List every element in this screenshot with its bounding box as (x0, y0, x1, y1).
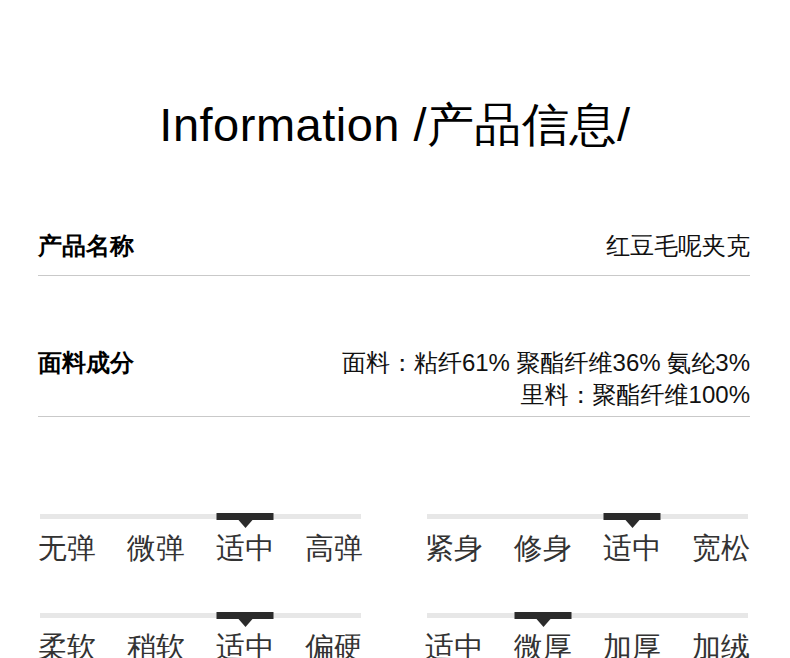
fabric-lining-line: 里料：聚酯纤维100% (342, 379, 750, 411)
scale-marker (604, 513, 661, 520)
scale-track (427, 514, 748, 519)
scale-track (427, 613, 748, 618)
scale-option: 微厚 (514, 630, 572, 658)
scale-option: 柔软 (38, 630, 96, 658)
scale-thickness: 适中 微厚 加厚 加绒 (425, 613, 750, 658)
fabric-composition-label: 面料成分 (38, 347, 134, 379)
fabric-composition-value: 面料：粘纤61% 聚酯纤维36% 氨纶3% 里料：聚酯纤维100% (342, 347, 750, 411)
scale-option: 适中 (425, 630, 483, 658)
scale-options: 适中 微厚 加厚 加绒 (425, 630, 750, 658)
scale-option: 高弹 (305, 531, 363, 565)
scale-option: 紧身 (425, 531, 483, 565)
scale-marker (217, 612, 274, 619)
scale-softness: 柔软 稍软 适中 偏硬 (38, 613, 363, 658)
scale-option: 加厚 (603, 630, 661, 658)
scales-row-1: 无弹 微弹 适中 高弹 紧身 修身 适中 宽松 (38, 514, 750, 565)
scale-option: 无弹 (38, 531, 96, 565)
scale-option: 稍软 (127, 630, 185, 658)
product-name-value: 红豆毛呢夹克 (606, 230, 750, 262)
scale-options: 无弹 微弹 适中 高弹 (38, 531, 363, 565)
scale-option: 适中 (216, 531, 274, 565)
product-name-label: 产品名称 (38, 230, 134, 262)
scale-track (40, 613, 361, 618)
scale-option: 适中 (603, 531, 661, 565)
product-name-row: 产品名称 红豆毛呢夹克 (38, 230, 750, 276)
fabric-composition-row: 面料成分 面料：粘纤61% 聚酯纤维36% 氨纶3% 里料：聚酯纤维100% (38, 347, 750, 417)
page-title: Information /产品信息/ (0, 96, 790, 154)
scale-fit: 紧身 修身 适中 宽松 (425, 514, 750, 565)
scale-options: 紧身 修身 适中 宽松 (425, 531, 750, 565)
fabric-shell-line: 面料：粘纤61% 聚酯纤维36% 氨纶3% (342, 347, 750, 379)
scale-marker (217, 513, 274, 520)
scale-option: 微弹 (127, 531, 185, 565)
scale-marker (515, 612, 572, 619)
scale-option: 适中 (216, 630, 274, 658)
scale-option: 宽松 (692, 531, 750, 565)
scales-row-2: 柔软 稍软 适中 偏硬 适中 微厚 加厚 加绒 (38, 613, 750, 658)
product-info-page: Information /产品信息/ 产品名称 红豆毛呢夹克 面料成分 面料：粘… (0, 96, 790, 658)
scale-elasticity: 无弹 微弹 适中 高弹 (38, 514, 363, 565)
scale-option: 偏硬 (305, 630, 363, 658)
scale-option: 修身 (514, 531, 572, 565)
scale-track (40, 514, 361, 519)
scale-options: 柔软 稍软 适中 偏硬 (38, 630, 363, 658)
scale-option: 加绒 (692, 630, 750, 658)
